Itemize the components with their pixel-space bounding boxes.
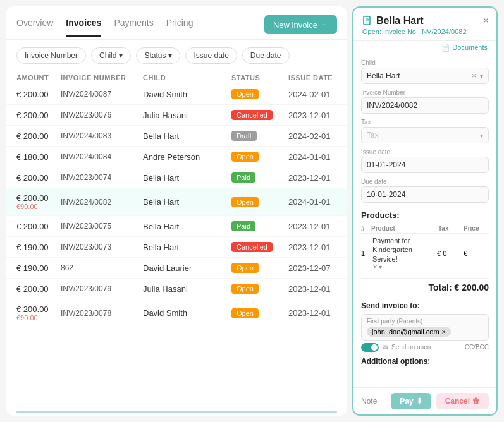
tab-invoices[interactable]: Invoices [66, 18, 101, 37]
chevron-down-icon: ▾ [119, 51, 123, 60]
invoice-number-cell: 862 [61, 263, 143, 272]
filters-bar: Invoice Number Child ▾ Status ▾ Issue da… [6, 40, 347, 71]
pay-button[interactable]: Pay ⬇ [391, 393, 431, 409]
issue-date-cell: 2024-01-01 [288, 152, 347, 162]
document-icon: 📄 [441, 44, 452, 51]
issue-date-cell: 2024-02-01 [288, 90, 347, 99]
filter-due-date[interactable]: Due date [242, 47, 290, 64]
table-row[interactable]: € 180.00 INV/2024/0084 Andre Peterson Op… [6, 147, 347, 167]
amount-cell: € 200.00 [16, 222, 61, 231]
filter-issue-date[interactable]: Issue date [185, 47, 237, 64]
child-cell: David Laurier [143, 263, 231, 273]
table-row[interactable]: € 190.00 862 David Laurier Open 2023-12-… [6, 258, 347, 279]
table-header: AMOUNT INVOICE NUMBER CHILD STATUS ISSUE… [6, 71, 347, 84]
child-input[interactable]: Bella Hart × ▾ [361, 68, 489, 84]
issue-date-cell: 2023-12-01 [288, 173, 347, 183]
envelope-icon: ✉ [383, 344, 388, 351]
plus-icon: ＋ [320, 19, 328, 30]
invoice-number-cell: INV/2023/0073 [61, 243, 143, 251]
status-cell: Paid [231, 221, 288, 231]
amount-cell: € 200.00 €90.00 [16, 193, 61, 210]
products-table-header: # Product Tax Price [361, 224, 489, 234]
filter-invoice-number[interactable]: Invoice Number [16, 47, 86, 64]
cancel-button[interactable]: Cancel 🗑 [436, 393, 489, 409]
child-cell: David Smith [143, 308, 231, 318]
total-row: Total: € 200.00 [361, 278, 489, 296]
tax-field-group: Tax Tax ▾ [361, 119, 489, 143]
status-cell: Draft [231, 131, 288, 141]
issue-date-cell: 2024-01-01 [288, 197, 347, 207]
issue-date-cell: 2024-02-01 [288, 131, 347, 141]
status-cell: Cancelled [231, 242, 288, 252]
email-tag: john_doe@gmail.com × [367, 327, 451, 337]
chevron-down-icon[interactable]: ▾ [379, 263, 382, 270]
tab-payments[interactable]: Payments [114, 18, 153, 37]
invoice-detail-panel: Bella Hart Open: Invoice No. INV/2024/00… [352, 6, 498, 416]
table-row[interactable]: € 200.00 INV/2023/0075 Bella Hart Paid 2… [6, 216, 347, 237]
table-row[interactable]: € 200.00 €90.00 INV/2024/0082 Bella Hart… [6, 188, 347, 216]
panel-subtitle: Open: Invoice No. INV/2024/0082 [362, 28, 488, 35]
filter-child[interactable]: Child ▾ [91, 47, 131, 64]
toggle-row: ✉ Send on open CC/BCC [361, 343, 489, 352]
invoice-number-input[interactable] [361, 97, 489, 114]
child-cell: Bella Hart [143, 197, 231, 207]
invoice-number-text-input[interactable] [367, 101, 483, 110]
send-invoice-section: Send invoice to: First party (Parents) j… [361, 301, 489, 352]
table-row[interactable]: € 200.00 €90.00 INV/2023/0078 David Smit… [6, 299, 347, 327]
close-panel-button[interactable]: × [483, 15, 489, 27]
status-cell: Open [231, 89, 288, 99]
invoice-number-field-group: Invoice Number [361, 89, 489, 114]
product-controls: ✕ ▾ [372, 263, 436, 270]
panel-footer: Note Pay ⬇ Cancel 🗑 [353, 387, 496, 414]
child-cell: Bella Hart [143, 173, 231, 183]
additional-options-section: Additional options: [361, 357, 489, 368]
tabs-nav: Overview Invoices Payments Pricing New i… [6, 6, 347, 40]
child-cell: David Smith [143, 90, 231, 99]
invoice-number-cell: INV/2023/0076 [61, 111, 143, 119]
remove-email-icon[interactable]: × [442, 328, 446, 335]
invoice-number-cell: INV/2024/0082 [61, 198, 143, 207]
table-row[interactable]: € 200.00 INV/2024/0087 David Smith Open … [6, 84, 347, 105]
issue-date-cell: 2023-12-01 [288, 243, 347, 252]
email-field[interactable]: First party (Parents) john_doe@gmail.com… [361, 314, 489, 341]
invoice-number-cell: INV/2024/0083 [61, 131, 143, 140]
status-cell: Paid [231, 172, 288, 183]
note-label: Note [361, 397, 386, 406]
table-row[interactable]: € 200.00 INV/2024/0083 Bella Hart Draft … [6, 126, 347, 147]
amount-cell: € 200.00 €90.00 [16, 304, 61, 322]
invoice-number-cell: INV/2023/0078 [61, 309, 143, 318]
tab-pricing[interactable]: Pricing [166, 18, 194, 37]
panel-header: Bella Hart Open: Invoice No. INV/2024/00… [353, 8, 496, 41]
table-row[interactable]: € 200.00 INV/2023/0076 Julia Hasani Canc… [6, 105, 347, 126]
invoice-number-cell: INV/2023/0075 [61, 222, 143, 231]
new-invoice-button[interactable]: New invoice ＋ [264, 15, 337, 34]
delete-product-icon[interactable]: ✕ [372, 263, 378, 270]
documents-link[interactable]: 📄 Documents [353, 41, 496, 54]
status-cell: Cancelled [231, 110, 288, 120]
issue-date-field-group: Issue date 01-01-2024 [361, 148, 489, 173]
tab-overview[interactable]: Overview [16, 18, 53, 37]
products-section: Products: # Product Tax Price 1 Payment … [361, 210, 489, 273]
due-date-field-group: Due date 10-01-2024 [361, 178, 489, 203]
tax-input[interactable]: Tax ▾ [361, 127, 489, 143]
issue-date-input[interactable]: 01-01-2024 [361, 157, 489, 173]
filter-status[interactable]: Status ▾ [136, 47, 180, 64]
scroll-indicator [16, 411, 337, 413]
invoice-number-cell: INV/2024/0084 [61, 152, 143, 161]
table-row[interactable]: € 200.00 INV/2023/0074 Bella Hart Paid 2… [6, 167, 347, 188]
left-panel: Overview Invoices Payments Pricing New i… [6, 6, 347, 416]
status-cell: Open [231, 263, 288, 273]
table-row[interactable]: € 190.00 INV/2023/0073 Bella Hart Cancel… [6, 237, 347, 258]
send-on-open-toggle[interactable] [361, 343, 379, 352]
status-cell: Open [231, 284, 288, 294]
tab-actions: New invoice ＋ [264, 15, 337, 39]
invoice-number-cell: INV/2023/0074 [61, 173, 143, 182]
due-date-input[interactable]: 10-01-2024 [361, 186, 489, 203]
invoice-number-cell: INV/2023/0079 [61, 284, 143, 293]
status-cell: Open [231, 308, 288, 318]
table-row[interactable]: € 200.00 INV/2023/0079 Julia Hasani Open… [6, 279, 347, 299]
invoice-icon [362, 16, 372, 26]
amount-cell: € 200.00 [16, 131, 61, 141]
chevron-down-icon: ▾ [480, 132, 483, 139]
clear-child-icon[interactable]: × [472, 71, 476, 80]
